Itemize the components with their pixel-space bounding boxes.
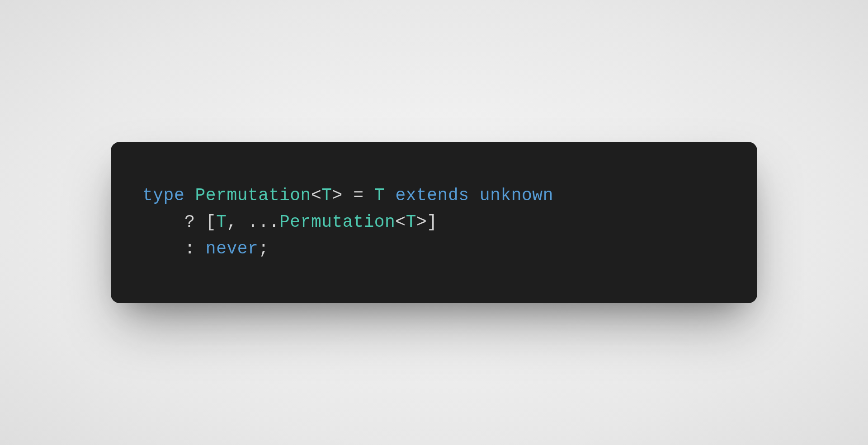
type-ref-t: T: [374, 186, 385, 205]
type-name-permutation: Permutation: [195, 186, 311, 205]
ternary-colon: :: [184, 239, 195, 258]
spread: ...: [248, 212, 279, 232]
comma: ,: [226, 212, 237, 232]
indent: [142, 212, 184, 232]
type-name-permutation: Permutation: [279, 212, 395, 232]
ternary-question: ?: [184, 212, 195, 232]
keyword-never: never: [206, 239, 259, 258]
space: [195, 212, 206, 232]
space: [237, 212, 248, 232]
equals: =: [353, 186, 363, 205]
angle-close: >: [332, 186, 343, 205]
code-line-2: ? [T, ...Permutation<T>]: [142, 209, 726, 236]
type-ref-t: T: [216, 212, 226, 232]
type-ref-t: T: [406, 212, 416, 232]
space: [385, 186, 395, 205]
space: [343, 186, 353, 205]
semicolon: ;: [258, 239, 269, 258]
angle-close: >: [416, 212, 427, 232]
keyword-extends: extends: [395, 186, 469, 205]
type-param-t: T: [321, 186, 332, 205]
space: [469, 186, 480, 205]
angle-open: <: [311, 186, 321, 205]
space: [184, 186, 195, 205]
code-block: type Permutation<T> = T extends unknown …: [111, 142, 757, 303]
indent: [142, 239, 184, 258]
bracket-open: [: [206, 212, 216, 232]
space: [363, 186, 374, 205]
keyword-unknown: unknown: [480, 186, 553, 205]
space: [195, 239, 206, 258]
angle-open: <: [395, 212, 406, 232]
code-line-3: : never;: [142, 236, 726, 262]
code-line-1: type Permutation<T> = T extends unknown: [142, 183, 726, 209]
keyword-type: type: [142, 186, 184, 205]
bracket-close: ]: [427, 212, 437, 232]
